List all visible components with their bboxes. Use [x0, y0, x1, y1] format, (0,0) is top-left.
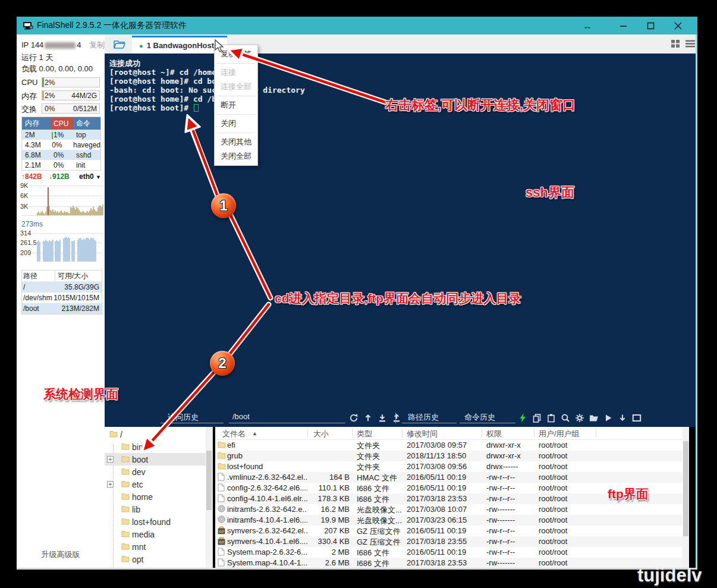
tab-bandwagonhost[interactable]: ● 1 BandwagonHost [132, 36, 227, 54]
tree-item-mnt[interactable]: mnt [105, 540, 206, 553]
menu-separator [217, 96, 255, 96]
download-icon[interactable] [377, 413, 388, 423]
play-icon[interactable] [603, 413, 614, 423]
screen: FinalShell 2.9.5.2 一体化服务器管理软件 ↔ IP 1444 … [0, 0, 717, 588]
interface-dropdown[interactable]: eth0 ▼ [79, 172, 101, 181]
resize-icon[interactable]: ↔ [576, 17, 599, 34]
copy-icon[interactable] [532, 413, 542, 423]
process-row[interactable]: 2.1M 0% init [22, 160, 100, 170]
file-row[interactable]: System.map-4.10.4-1... 2.6 MB I686 文件 20… [215, 558, 683, 568]
folder-icon [121, 455, 130, 464]
expander-icon[interactable]: + [107, 481, 114, 488]
file-row[interactable]: initramfs-4.10.4-1.el6.... 19.9 MB 光盘映像文… [215, 515, 683, 526]
step-1-badge: 1 [211, 193, 236, 218]
upload-icon[interactable] [391, 413, 402, 423]
window-border-bottom [17, 568, 697, 570]
maximize-button[interactable] [639, 17, 662, 34]
process-row[interactable]: 2M 1% top [22, 130, 100, 140]
disk-row[interactable]: /35.8G/39G [22, 282, 102, 293]
folder-open-icon [113, 39, 126, 49]
file-row[interactable]: efi 文件夹 2017/03/08 09:57 drwxr-xr-x root… [215, 440, 683, 451]
system-monitor-panel: IP 1444 复制 运行 1 天 负载 0.00, 0.00, 0.00 CP… [17, 34, 105, 568]
menu-item[interactable]: 断开 [215, 98, 257, 112]
search-icon[interactable] [560, 413, 571, 423]
folder-icon [218, 462, 226, 471]
network-graph-header: ↑842B ↓912B eth0 ▼ [21, 172, 101, 181]
path-history-field[interactable]: 路径历史 [402, 412, 457, 423]
process-row[interactable]: 4.3M 0% haveged [22, 140, 100, 150]
arrow-down-icon[interactable] [617, 413, 628, 423]
window-title: FinalShell 2.9.5.2 一体化服务器管理软件 [37, 20, 187, 31]
toolbar-divider [395, 413, 396, 423]
tree-item-media[interactable]: media [105, 528, 206, 540]
table-scrollbar[interactable] [683, 427, 689, 568]
window-icon[interactable] [631, 413, 642, 423]
tab-bar: ● 1 BandwagonHost [105, 34, 696, 54]
folder-icon [121, 492, 130, 502]
open-connection-button[interactable] [111, 37, 128, 51]
file-row[interactable]: initramfs-2.6.32-642.e... 16.2 MB 光盘映像文.… [215, 504, 683, 515]
file-row[interactable]: GZ symvers-2.6.32-642.el... 207 KB GZ 压缩… [215, 526, 683, 536]
visit-history-field[interactable]: 访问历史 [161, 412, 224, 423]
tree-item-boot[interactable]: + boot [105, 453, 206, 466]
uptime-label: 运行 1 天 [21, 52, 53, 63]
menu-item[interactable]: 关闭 [215, 117, 257, 131]
refresh-icon[interactable] [348, 413, 359, 423]
list-view-icon[interactable] [685, 39, 696, 51]
tree-scrollbar[interactable] [206, 427, 212, 568]
tree-item-home[interactable]: home [105, 490, 206, 503]
process-row[interactable]: 6.8M 0% sshd [22, 150, 100, 160]
menu-item[interactable]: 连接 [215, 65, 257, 80]
upload-rate: ↑842B [21, 172, 42, 181]
file-row[interactable]: lost+found 文件夹 2017/03/08 09:56 drwx----… [215, 461, 683, 472]
tree-item-dev[interactable]: dev [105, 466, 206, 478]
folder-icon [109, 430, 118, 439]
file-row[interactable]: grub 文件夹 2018/11/13 18:50 drwxr-xr-x roo… [215, 451, 683, 461]
folder-icon [121, 555, 130, 564]
memory-gauge: 内存 2%44M/2G [21, 90, 100, 100]
tree-item-bin[interactable]: bin [105, 441, 206, 453]
file-table-header[interactable]: 文件名 ▲ 大小 类型 修改时间 权限 用户/用户组 [215, 427, 683, 440]
app-logo-icon [23, 21, 33, 30]
menu-separator [217, 63, 255, 64]
grid-view-icon[interactable] [671, 39, 681, 51]
copy-ip-link[interactable]: 复制 [89, 40, 105, 49]
close-button[interactable] [666, 17, 690, 34]
disk-row[interactable]: /dev/shm1015M/1015M [22, 293, 102, 303]
file-row[interactable]: System.map-2.6.32-6... 2 MB I686 文件 2016… [215, 547, 683, 558]
tree-item-lostfound[interactable]: lost+found [105, 515, 206, 528]
path-field[interactable]: /boot [229, 412, 345, 423]
expander-icon[interactable]: + [107, 456, 114, 463]
gear-icon[interactable] [574, 413, 585, 423]
minimize-button[interactable] [611, 17, 635, 34]
disc-icon [218, 505, 225, 514]
file-icon [218, 558, 225, 568]
menu-item[interactable]: 关闭全部 [215, 149, 257, 163]
annotation-cd-tip: cd进入指定目录,ftp界面会自动同步进入目录 [275, 290, 521, 307]
menu-item[interactable]: 关闭其他 [215, 135, 257, 149]
file-icon [218, 494, 225, 504]
file-row[interactable]: GZ symvers-4.10.4-1.el6.... 330.4 KB GZ … [215, 536, 683, 547]
upgrade-link[interactable]: 升级高级版 [17, 549, 105, 560]
arrow-up-icon[interactable] [363, 413, 373, 423]
tree-item-opt[interactable]: opt [105, 553, 206, 565]
folder-icon [121, 505, 130, 514]
tree-item-etc[interactable]: + etc [105, 478, 206, 490]
command-history-field[interactable]: 命令历史 [460, 412, 515, 423]
tree-item-root[interactable]: / [105, 428, 206, 441]
connected-dot-icon: ● [139, 42, 143, 49]
disk-row[interactable]: /boot213M/282M [22, 303, 102, 314]
folder-open-icon[interactable] [589, 413, 599, 423]
ip-redacted [45, 42, 76, 49]
file-row[interactable]: .vmlinuz-2.6.32-642.el... 164 B HMAC 文件 … [215, 472, 683, 483]
menu-item[interactable]: 连接全部 [215, 80, 257, 94]
file-icon [218, 473, 225, 483]
ping-graph: 314261.5209 [21, 231, 102, 262]
window-titlebar: FinalShell 2.9.5.2 一体化服务器管理软件 ↔ [17, 17, 697, 34]
disc-icon [218, 515, 225, 525]
annotation-ftp: ftp界面 [608, 486, 649, 502]
lightning-icon[interactable] [517, 413, 528, 423]
tree-item-lib[interactable]: lib [105, 503, 206, 515]
folder-icon [121, 480, 130, 489]
paste-icon[interactable] [546, 413, 556, 423]
